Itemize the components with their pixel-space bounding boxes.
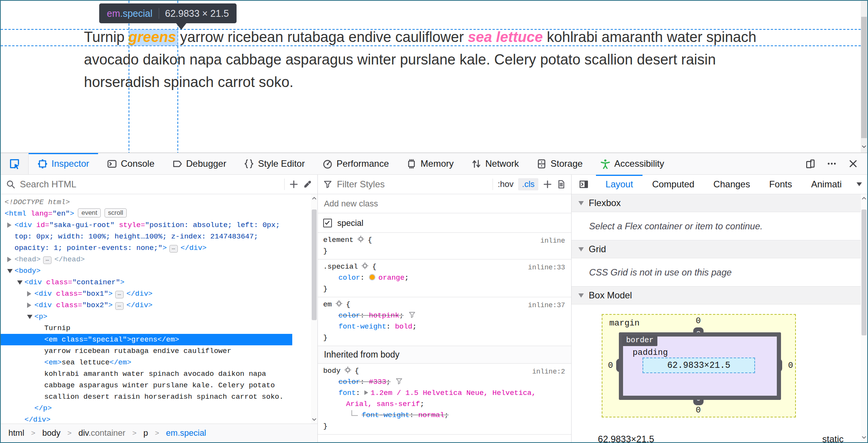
markup-scrollbar-thumb[interactable] — [312, 209, 317, 320]
add-new-class-input[interactable]: Add new class — [318, 194, 571, 213]
tab-performance[interactable]: Performance — [314, 153, 398, 174]
tab-debugger[interactable]: Debugger — [163, 153, 235, 174]
layout-scrollbar[interactable] — [861, 194, 867, 442]
search-input[interactable]: Search HTML — [20, 179, 76, 190]
tree-row[interactable]: <div class="box2">…</div> — [1, 300, 292, 311]
rule-property[interactable]: color: #333; — [323, 377, 566, 388]
node-picker-button[interactable] — [1, 153, 29, 174]
tree-row[interactable]: </div> — [1, 414, 292, 424]
color-swatch[interactable] — [369, 274, 375, 280]
margin-right-value[interactable]: 0 — [786, 361, 795, 371]
markup-scrollbar[interactable] — [311, 194, 317, 424]
expand-twisty-icon[interactable] — [17, 280, 23, 285]
eyedropper-icon[interactable] — [303, 180, 312, 189]
expand-twisty-icon[interactable] — [27, 291, 31, 296]
boxmodel-section-header[interactable]: Box Model — [572, 286, 867, 304]
grid-section-header[interactable]: Grid — [572, 240, 867, 258]
sidebar-tab-layout[interactable]: Layout — [596, 175, 643, 194]
tree-row[interactable]: <em class="special">greens</em> — [1, 334, 292, 345]
ellipsis-expander[interactable]: … — [115, 291, 124, 298]
class-checkbox[interactable] — [323, 219, 332, 227]
page-scrollbar-thumb[interactable] — [861, 17, 867, 138]
scroll-down-icon[interactable] — [311, 416, 317, 423]
tree-row[interactable]: <div class="box1">…</div> — [1, 288, 292, 300]
tab-memory[interactable]: Memory — [398, 153, 462, 174]
pseudo-class-button[interactable]: :hov — [498, 179, 514, 189]
rule-property[interactable]: color: orange; — [323, 272, 566, 284]
expand-twisty-icon[interactable] — [7, 222, 11, 228]
rule-property[interactable]: font-weight: normal; — [323, 410, 566, 421]
class-panel-button[interactable]: .cls — [518, 178, 538, 190]
tree-row[interactable]: yarrow ricebean rutabaga endive cauliflo… — [1, 345, 292, 357]
sidebar-tab-fonts[interactable]: Fonts — [760, 175, 802, 194]
expand-twisty-icon[interactable] — [7, 269, 13, 273]
expand-twisty-icon[interactable] — [27, 315, 32, 319]
boxmodel-content-box[interactable]: 62.9833×21.5 — [643, 358, 755, 373]
meatball-menu-icon[interactable] — [827, 159, 837, 169]
all-tabs-menu-icon[interactable] — [851, 175, 867, 194]
sidebar-tab-changes[interactable]: Changes — [704, 175, 760, 194]
filter-styles-input[interactable]: Filter Styles — [337, 179, 385, 190]
print-simulation-icon[interactable] — [557, 180, 566, 189]
rule-source-link[interactable]: inline:2 — [532, 366, 565, 377]
breadcrumb-item[interactable]: div.container — [79, 428, 126, 438]
breadcrumb-item[interactable]: html — [8, 428, 24, 438]
expand-twisty-icon[interactable] — [7, 257, 11, 262]
overridden-filter-icon[interactable] — [408, 311, 416, 319]
margin-bottom-value[interactable]: 0 — [694, 406, 702, 415]
tree-row[interactable]: <p> — [1, 311, 292, 322]
event-badge[interactable]: event — [78, 208, 101, 217]
highlight-selector-icon[interactable] — [344, 366, 351, 374]
rule-source-link[interactable]: inline:37 — [528, 300, 565, 311]
margin-top-value[interactable]: 0 — [694, 316, 702, 326]
tab-storage[interactable]: Storage — [528, 153, 591, 174]
scroll-down-icon[interactable] — [861, 434, 867, 441]
tab-network[interactable]: Network — [462, 153, 528, 174]
highlight-selector-icon[interactable] — [335, 300, 343, 307]
add-rule-icon[interactable] — [543, 180, 552, 189]
rule-property[interactable]: color: hotpink; — [323, 310, 566, 321]
add-node-icon[interactable] — [289, 180, 298, 189]
tree-row[interactable]: <body> — [1, 265, 292, 277]
expand-twisty-icon[interactable] — [27, 303, 31, 308]
tab-inspector[interactable]: Inspector — [29, 153, 98, 174]
tree-row[interactable]: <head>…</head> — [1, 254, 292, 265]
scroll-down-button[interactable] — [861, 143, 867, 151]
rule-property[interactable]: font-weight: bold; — [323, 321, 566, 332]
tab-style-editor[interactable]: Style Editor — [235, 153, 314, 174]
tree-row[interactable]: <div class="container"> — [1, 277, 292, 288]
overridden-filter-icon[interactable] — [395, 377, 403, 385]
tree-row[interactable]: <div id="saka-gui-root" style="position:… — [1, 219, 292, 254]
tree-row[interactable]: <html lang="en">eventscroll — [1, 208, 292, 219]
rule-property[interactable]: font: 1.2em / 1.5 Helvetica Neue, Helvet… — [323, 388, 566, 410]
tree-row[interactable]: kohlrabi amaranth water spinach avocado … — [1, 368, 292, 403]
responsive-design-mode-icon[interactable] — [805, 159, 815, 169]
rule-source-link[interactable]: inline:33 — [528, 262, 565, 273]
breadcrumb-item[interactable]: em.special — [166, 428, 206, 438]
rule-source-link[interactable]: inline — [540, 235, 565, 246]
tree-row[interactable]: <em>sea lettuce</em> — [1, 357, 292, 368]
tab-accessibility[interactable]: Accessibility — [591, 153, 673, 174]
scroll-up-icon[interactable] — [311, 195, 317, 201]
margin-left-value[interactable]: 0 — [606, 361, 615, 371]
scroll-badge[interactable]: scroll — [105, 208, 127, 217]
highlight-selector-icon[interactable] — [357, 235, 364, 243]
breadcrumb-item[interactable]: body — [42, 428, 61, 438]
tree-row[interactable]: <!DOCTYPE html> — [1, 197, 292, 208]
ellipsis-expander[interactable]: … — [43, 256, 52, 264]
expand-sidebar-icon[interactable] — [572, 175, 596, 194]
ellipsis-expander[interactable]: … — [169, 245, 178, 253]
ellipsis-expander[interactable]: … — [115, 302, 124, 310]
rule-selector-line[interactable]: element{ — [323, 235, 566, 246]
close-devtools-icon[interactable] — [848, 159, 858, 169]
tree-row[interactable]: Turnip — [1, 322, 292, 334]
tab-console[interactable]: Console — [98, 153, 163, 174]
highlight-selector-icon[interactable] — [361, 262, 369, 269]
scroll-up-icon[interactable] — [861, 195, 867, 201]
layout-scrollbar-thumb[interactable] — [862, 209, 866, 335]
sidebar-tab-animati[interactable]: Animati — [802, 175, 851, 194]
sidebar-tab-computed[interactable]: Computed — [643, 175, 704, 194]
rule-selector-line[interactable]: body{ — [323, 366, 566, 377]
flexbox-section-header[interactable]: Flexbox — [572, 194, 867, 212]
expand-shorthand-icon[interactable] — [364, 390, 368, 395]
